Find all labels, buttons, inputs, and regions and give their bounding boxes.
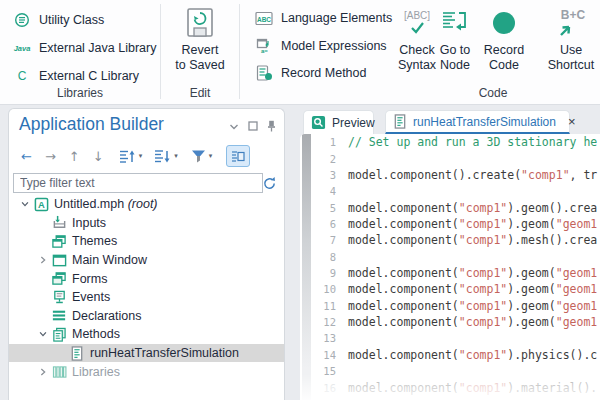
tab-run-heat-transfer-simulation[interactable]: runHeatTransferSimulation × bbox=[385, 110, 570, 134]
tree-item-label: Methods bbox=[72, 327, 120, 341]
caret-down-icon: ▾ bbox=[174, 152, 178, 160]
code-text: model.component("comp1").geom("geom1 bbox=[300, 299, 597, 313]
app-tree: AUntitled.mph (root)InputsThemesMain Win… bbox=[9, 195, 284, 381]
forms-icon bbox=[51, 271, 67, 286]
tree-item-forms[interactable]: Forms bbox=[9, 269, 284, 288]
expand-list-button[interactable]: ▾ bbox=[119, 149, 143, 164]
tree-item-methods[interactable]: Methods bbox=[9, 325, 284, 344]
go-to-node-label: Go to Node bbox=[429, 43, 481, 73]
code-line: 4 bbox=[300, 183, 600, 199]
application-root-icon: A bbox=[33, 197, 49, 212]
code-text: model.component("comp1").geom().crea bbox=[300, 201, 597, 215]
code-text: model.component("comp1").geom("geom1 bbox=[300, 315, 597, 329]
chevron-down-icon[interactable] bbox=[17, 197, 33, 211]
tree-item-label: Themes bbox=[72, 234, 117, 248]
line-number: 8 bbox=[300, 251, 336, 263]
code-line: 14model.component("comp1").physics().c bbox=[300, 347, 600, 363]
record-code-icon bbox=[478, 5, 530, 41]
model-expressions-icon: a= bbox=[254, 37, 274, 55]
c-icon: C bbox=[12, 67, 32, 85]
external-c-library-label: External C Library bbox=[39, 69, 139, 83]
chevron-right-icon[interactable] bbox=[35, 365, 51, 379]
code-line: 12model.component("comp1").geom("geom1 bbox=[300, 314, 600, 330]
back-arrow-icon[interactable]: ← bbox=[21, 149, 32, 164]
tree-item-runheattransfersimulation[interactable]: runHeatTransferSimulation bbox=[9, 344, 284, 363]
line-number: 7 bbox=[300, 234, 336, 246]
line-number: 10 bbox=[300, 283, 336, 295]
record-code-label: Record Code bbox=[478, 43, 530, 73]
svg-text:Java: Java bbox=[14, 44, 31, 53]
model-expressions-button[interactable]: a= Model Expressions bbox=[254, 36, 387, 56]
move-up-arrow-icon[interactable]: ↑ bbox=[69, 149, 80, 164]
caret-down-icon: ▾ bbox=[209, 152, 213, 160]
show-all-icon bbox=[231, 150, 245, 163]
tab-active-label: runHeatTransferSimulation bbox=[413, 115, 556, 129]
svg-text:C: C bbox=[18, 69, 27, 83]
svg-text:B+C: B+C bbox=[561, 8, 586, 22]
collapse-list-button[interactable]: ▾ bbox=[154, 149, 178, 164]
tree-item-label: Main Window bbox=[72, 253, 147, 267]
svg-text:A: A bbox=[38, 200, 45, 210]
language-elements-button[interactable]: ABC Language Elements bbox=[254, 8, 392, 28]
go-to-node-button[interactable]: Go to Node bbox=[429, 5, 481, 73]
code-line: 9model.component("comp1").geom("geom1 bbox=[300, 265, 600, 281]
revert-to-saved-icon bbox=[168, 5, 232, 41]
filter-input[interactable] bbox=[13, 173, 263, 193]
utility-class-icon bbox=[12, 11, 32, 29]
code-text: model.component("comp1").material(). bbox=[300, 381, 597, 395]
code-lines: 1// Set up and run a 3D stationary he23m… bbox=[300, 134, 600, 396]
tree-item-libraries[interactable]: Libraries bbox=[9, 362, 284, 381]
chevron-down-icon[interactable] bbox=[35, 327, 51, 341]
method-icon bbox=[69, 346, 85, 361]
code-line: 13 bbox=[300, 330, 600, 346]
line-number: 1 bbox=[300, 136, 336, 148]
line-number: 15 bbox=[300, 365, 336, 377]
code-line: 15 bbox=[300, 363, 600, 379]
panel-menu-chevron-icon[interactable] bbox=[229, 122, 239, 131]
main-window-icon bbox=[51, 253, 67, 268]
line-number: 13 bbox=[300, 332, 336, 344]
filter-button[interactable]: ▾ bbox=[191, 149, 213, 164]
tab-preview[interactable]: Preview bbox=[303, 110, 374, 134]
refresh-icon[interactable] bbox=[259, 173, 279, 193]
tree-item-declarations[interactable]: Declarations bbox=[9, 307, 284, 326]
tree-item-untitled-mph[interactable]: AUntitled.mph (root) bbox=[9, 195, 284, 214]
close-icon[interactable]: × bbox=[562, 114, 576, 129]
utility-class-button[interactable]: Utility Class bbox=[12, 10, 104, 30]
svg-text:a=: a= bbox=[261, 48, 268, 54]
external-java-library-button[interactable]: Java External Java Library bbox=[12, 38, 156, 58]
tree-item-events[interactable]: Events bbox=[9, 288, 284, 307]
go-to-node-icon bbox=[429, 5, 481, 41]
external-c-library-button[interactable]: C External C Library bbox=[12, 66, 139, 86]
line-number: 4 bbox=[300, 185, 336, 197]
panel-pin-icon[interactable] bbox=[267, 120, 276, 132]
line-number: 12 bbox=[300, 316, 336, 328]
tree-item-main-window[interactable]: Main Window bbox=[9, 251, 284, 270]
line-number: 14 bbox=[300, 349, 336, 361]
list-down-icon bbox=[154, 149, 171, 164]
tree-indent bbox=[35, 290, 51, 304]
tree-indent bbox=[35, 309, 51, 323]
external-java-library-label: External Java Library bbox=[39, 41, 156, 55]
tree-item-themes[interactable]: Themes bbox=[9, 232, 284, 251]
code-editor[interactable]: 1// Set up and run a 3D stationary he23m… bbox=[300, 134, 600, 400]
ribbon-group-divider bbox=[160, 4, 161, 99]
code-text: // Set up and run a 3D stationary he bbox=[300, 135, 597, 149]
svg-text:ABC: ABC bbox=[257, 15, 271, 22]
tree-item-inputs[interactable]: Inputs bbox=[9, 214, 284, 233]
move-down-arrow-icon[interactable]: ↓ bbox=[93, 149, 104, 164]
show-all-toggle-button[interactable] bbox=[226, 145, 250, 167]
tree-item-label: Forms bbox=[72, 272, 107, 286]
record-code-button[interactable]: Record Code bbox=[478, 5, 530, 73]
caret-down-icon: ▾ bbox=[139, 152, 143, 160]
tree-indent bbox=[35, 272, 51, 286]
panel-float-icon[interactable] bbox=[248, 121, 258, 131]
chevron-right-icon[interactable] bbox=[35, 253, 51, 267]
forward-arrow-icon[interactable]: → bbox=[45, 149, 56, 164]
revert-to-saved-button[interactable]: Revert to Saved bbox=[168, 5, 232, 73]
record-method-button[interactable]: Record Method bbox=[254, 63, 366, 83]
libraries-group-label: Libraries bbox=[0, 86, 160, 100]
code-line: 6model.component("comp1").geom("geom1 bbox=[300, 216, 600, 232]
line-number: 11 bbox=[300, 300, 336, 312]
use-shortcut-button[interactable]: B+C Use Shortcut bbox=[543, 5, 599, 73]
